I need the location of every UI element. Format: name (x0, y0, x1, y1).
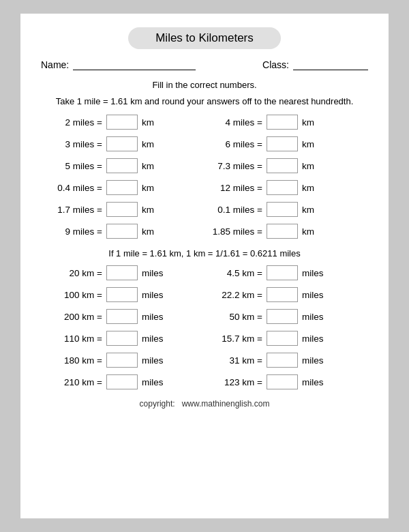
problem-k8: 15.7 km = miles (208, 331, 361, 346)
answer-box-k10[interactable] (267, 353, 298, 368)
unit-label-k4: miles (302, 290, 324, 300)
answer-input-k11[interactable] (107, 375, 137, 389)
answer-input-m1[interactable] (107, 115, 137, 129)
answer-box-m4[interactable] (267, 136, 298, 151)
unit-label-m11: km (142, 226, 154, 237)
answer-input-m10[interactable] (267, 203, 297, 216)
km-instruction: If 1 mile = 1.61 km, 1 km = 1/1.61 = 0.6… (41, 248, 368, 258)
answer-box-m12[interactable] (267, 224, 298, 239)
problem-label-m8: 12 miles = (208, 183, 262, 193)
answer-box-m6[interactable] (267, 158, 298, 173)
answer-box-k9[interactable] (106, 353, 138, 368)
title-box: Miles to Kilometers (128, 27, 281, 49)
answer-input-m3[interactable] (107, 137, 137, 151)
problem-label-m3: 3 miles = (48, 139, 102, 149)
miles-problems-grid: 2 miles = km 4 miles = km 3 miles = km 6… (48, 115, 361, 239)
problem-label-m7: 0.4 miles = (48, 183, 102, 193)
problem-k7: 110 km = miles (48, 331, 201, 346)
answer-box-k4[interactable] (267, 287, 298, 302)
problem-label-m11: 9 miles = (48, 226, 102, 237)
class-label: Class: (262, 59, 289, 70)
answer-box-k12[interactable] (267, 374, 298, 389)
answer-box-m5[interactable] (106, 158, 138, 173)
answer-input-m12[interactable] (267, 224, 297, 238)
unit-label-m9: km (142, 205, 154, 215)
problem-k10: 31 km = miles (208, 353, 361, 368)
answer-box-k6[interactable] (267, 309, 298, 324)
name-class-row: Name: Class: (41, 59, 368, 70)
problem-label-k11: 210 km = (48, 377, 102, 387)
problem-label-m10: 0.1 miles = (208, 205, 262, 215)
problem-m9: 1.7 miles = km (48, 202, 201, 217)
problem-k5: 200 km = miles (48, 309, 201, 324)
problem-label-k9: 180 km = (48, 355, 102, 366)
unit-label-m5: km (142, 161, 154, 171)
problem-k3: 100 km = miles (48, 287, 201, 302)
unit-label-k5: miles (142, 312, 164, 322)
unit-label-m4: km (302, 139, 314, 149)
answer-input-k5[interactable] (107, 310, 137, 323)
answer-box-k11[interactable] (106, 374, 138, 389)
problem-k4: 22.2 km = miles (208, 287, 361, 302)
answer-box-m9[interactable] (106, 202, 138, 217)
unit-label-k9: miles (142, 355, 164, 366)
answer-box-k1[interactable] (106, 265, 138, 280)
unit-label-m3: km (142, 139, 154, 149)
answer-input-m9[interactable] (107, 203, 137, 216)
answer-box-k5[interactable] (106, 309, 138, 324)
km-problems-grid: 20 km = miles 4.5 km = miles 100 km = mi… (48, 265, 361, 389)
answer-box-k3[interactable] (106, 287, 138, 302)
answer-box-m7[interactable] (106, 180, 138, 195)
answer-box-m8[interactable] (267, 180, 298, 195)
answer-input-k2[interactable] (267, 266, 297, 280)
unit-label-m6: km (302, 161, 314, 171)
answer-input-m6[interactable] (267, 159, 297, 173)
answer-box-k2[interactable] (267, 265, 298, 280)
unit-label-m12: km (302, 226, 314, 237)
copyright-row: copyright: www.mathinenglish.com (41, 399, 368, 409)
answer-input-k3[interactable] (107, 288, 137, 301)
answer-box-m3[interactable] (106, 136, 138, 151)
unit-label-k7: miles (142, 334, 164, 344)
answer-input-k1[interactable] (107, 266, 137, 280)
answer-input-m5[interactable] (107, 159, 137, 173)
answer-input-m8[interactable] (267, 181, 297, 194)
answer-box-m2[interactable] (267, 115, 298, 130)
answer-input-k9[interactable] (107, 353, 137, 367)
answer-input-k7[interactable] (107, 331, 137, 345)
problem-label-k1: 20 km = (48, 268, 102, 278)
answer-box-m1[interactable] (106, 115, 138, 130)
problem-k1: 20 km = miles (48, 265, 201, 280)
answer-input-k4[interactable] (267, 288, 297, 301)
answer-box-k7[interactable] (106, 331, 138, 346)
answer-input-k8[interactable] (267, 331, 297, 345)
answer-box-k8[interactable] (267, 331, 298, 346)
name-label: Name: (41, 59, 69, 70)
answer-input-m4[interactable] (267, 137, 297, 151)
problem-label-k5: 200 km = (48, 312, 102, 322)
problem-label-m6: 7.3 miles = (208, 161, 262, 171)
unit-label-k2: miles (302, 268, 324, 278)
answer-input-m11[interactable] (107, 224, 137, 238)
problem-m6: 7.3 miles = km (208, 158, 361, 173)
problem-label-k3: 100 km = (48, 290, 102, 300)
answer-box-m10[interactable] (267, 202, 298, 217)
unit-label-m7: km (142, 183, 154, 193)
class-underline (293, 59, 368, 70)
unit-label-k11: miles (142, 377, 164, 387)
answer-input-k12[interactable] (267, 375, 297, 389)
problem-m3: 3 miles = km (48, 136, 201, 151)
problem-label-k2: 4.5 km = (208, 268, 262, 278)
name-underline (73, 59, 196, 70)
answer-input-k6[interactable] (267, 310, 297, 323)
unit-label-k6: miles (302, 312, 324, 322)
answer-input-m2[interactable] (267, 115, 297, 129)
problem-label-m12: 1.85 miles = (208, 226, 262, 237)
answer-input-k10[interactable] (267, 353, 297, 367)
problem-label-k6: 50 km = (208, 312, 262, 322)
answer-input-m7[interactable] (107, 181, 137, 194)
unit-label-k8: miles (302, 334, 324, 344)
instructions-section: Fill in the correct numbers. Take 1 mile… (41, 78, 368, 108)
instruction-line1: Fill in the correct numbers. (41, 78, 368, 92)
answer-box-m11[interactable] (106, 224, 138, 239)
